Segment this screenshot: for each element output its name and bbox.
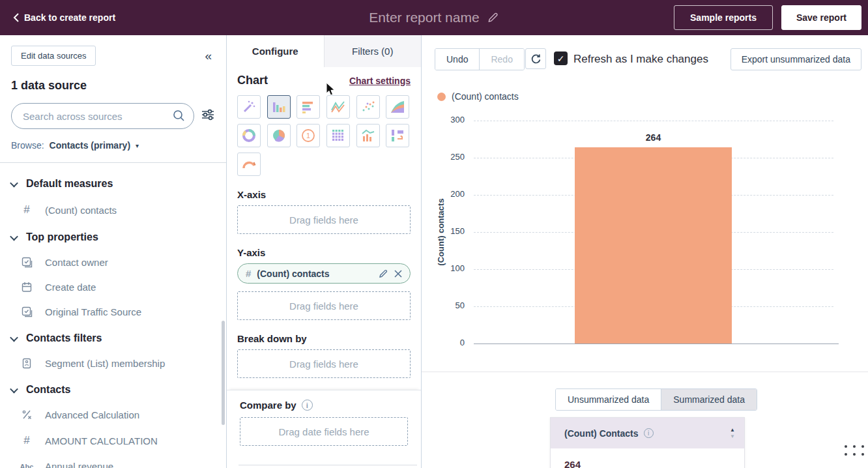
- field-count-contacts[interactable]: # (Count) contacts: [20, 203, 226, 216]
- chart-type-gauge[interactable]: [237, 153, 261, 176]
- sidebar-scrollbar[interactable]: [222, 321, 225, 425]
- unsummarized-data-tab[interactable]: Unsummarized data: [556, 389, 661, 410]
- field-original-traffic-source[interactable]: Original Traffic Source: [20, 306, 226, 317]
- formula-icon: [20, 409, 33, 420]
- undo-button[interactable]: Undo: [435, 49, 480, 70]
- chevron-down-icon: [10, 179, 18, 187]
- y-tick: 50: [422, 300, 465, 310]
- chart-type-horizontal-bar[interactable]: [297, 95, 320, 119]
- legend-item[interactable]: (Count) contacts: [437, 91, 519, 102]
- grid-dots-handle[interactable]: [845, 445, 864, 456]
- search-input[interactable]: [11, 103, 194, 129]
- compare-by-dropzone[interactable]: Drag date fields here: [240, 417, 408, 446]
- save-report-button[interactable]: Save report: [781, 5, 861, 30]
- chart-type-vertical-bar[interactable]: [267, 95, 291, 119]
- summary-table: (Count) Contacts i ▲ ▼ 264: [550, 417, 745, 468]
- refresh-checkbox[interactable]: ✓: [554, 51, 568, 65]
- table-row: 264: [551, 448, 744, 468]
- edit-field-icon[interactable]: [379, 269, 388, 278]
- gridline: [474, 121, 833, 121]
- field-amount-calculation[interactable]: # AMOUNT CALCULATION: [20, 434, 226, 447]
- table-icon: [330, 128, 346, 143]
- chevron-down-icon: [10, 333, 18, 342]
- field-create-date[interactable]: Create date: [20, 282, 226, 293]
- browse-label: Browse:: [11, 140, 44, 151]
- chart-type-line[interactable]: [326, 95, 350, 119]
- chart-type-area[interactable]: [386, 95, 409, 119]
- back-link[interactable]: Back to create report: [13, 12, 115, 23]
- pie-chart-icon: [271, 128, 287, 143]
- y-tick: 200: [422, 189, 465, 199]
- table-cell-link[interactable]: 264: [564, 459, 581, 468]
- hash-icon: #: [20, 203, 33, 216]
- field-annual-revenue[interactable]: Abc Annual revenue: [20, 461, 226, 468]
- chart-settings-link[interactable]: Chart settings: [349, 76, 411, 86]
- chart-type-combo[interactable]: [356, 124, 380, 147]
- info-icon: i: [302, 400, 313, 411]
- section-contacts-filters[interactable]: Contacts filters: [0, 332, 226, 344]
- field-contact-owner[interactable]: Contact owner: [20, 257, 226, 268]
- compare-by-section: Compare by i Drag date fields here: [227, 390, 421, 446]
- y-axis-field-chip[interactable]: # (Count) contacts: [237, 263, 411, 284]
- export-unsummarized-button[interactable]: Export unsummarized data: [731, 48, 861, 70]
- browse-source-dropdown[interactable]: Contacts (primary): [50, 140, 130, 151]
- chart-type-kpi[interactable]: 1: [297, 124, 320, 147]
- chart-type-table[interactable]: [326, 124, 350, 147]
- y-tick: 150: [422, 226, 465, 236]
- edit-pencil-icon[interactable]: [487, 12, 499, 23]
- combo-chart-icon: [360, 128, 376, 143]
- collapse-sidebar-icon[interactable]: «: [205, 50, 212, 62]
- section-top-properties[interactable]: Top properties: [0, 231, 226, 243]
- list-membership-icon: [20, 358, 33, 369]
- x-axis-dropzone[interactable]: Drag fields here: [237, 205, 411, 234]
- chart-type-auto[interactable]: [237, 95, 261, 119]
- caret-down-icon: ▾: [136, 142, 139, 149]
- remove-field-icon[interactable]: [394, 270, 402, 278]
- chart-heading: Chart: [237, 74, 268, 87]
- y-axis-dropzone[interactable]: Drag fields here: [237, 291, 411, 320]
- data-view-toggle: Unsummarized data Summarized data: [555, 388, 757, 411]
- hash-icon: #: [246, 268, 251, 279]
- svg-text:1: 1: [306, 132, 310, 139]
- chart-type-donut[interactable]: [237, 124, 261, 147]
- section-default-measures[interactable]: Default measures: [0, 178, 226, 190]
- undo-redo-group: Undo Redo: [435, 48, 525, 70]
- tab-filters[interactable]: Filters (0): [324, 35, 422, 67]
- legend-swatch: [437, 93, 446, 101]
- chart-type-pie[interactable]: [267, 124, 291, 147]
- chart-type-grid: 1: [237, 95, 411, 176]
- chevron-down-icon: [10, 232, 18, 241]
- summarized-data-tab[interactable]: Summarized data: [661, 389, 757, 410]
- y-tick: 100: [422, 263, 465, 273]
- refresh-checkbox-label: Refresh as I make changes: [573, 53, 708, 66]
- refresh-button[interactable]: [525, 48, 546, 69]
- sample-reports-button[interactable]: Sample reports: [674, 5, 773, 30]
- section-contacts[interactable]: Contacts: [0, 384, 226, 396]
- redo-button[interactable]: Redo: [480, 49, 523, 70]
- sort-arrows[interactable]: ▲ ▼: [730, 428, 735, 439]
- bar-value-label: 264: [575, 132, 732, 143]
- field-advanced-calculation[interactable]: Advanced Calculation: [20, 409, 226, 420]
- configure-panel: Configure Filters (0) Chart Chart settin…: [227, 35, 422, 468]
- area-chart-icon: [390, 99, 405, 115]
- chart-type-scatter[interactable]: [356, 95, 380, 119]
- break-down-dropzone[interactable]: Drag fields here: [237, 349, 411, 378]
- edit-data-sources-button[interactable]: Edit data sources: [11, 46, 96, 66]
- kpi-icon: 1: [300, 128, 316, 143]
- topbar-actions: Sample reports Save report: [674, 5, 861, 30]
- magic-wand-icon: [241, 99, 257, 115]
- field-segment-list-membership[interactable]: Segment (List) membership: [20, 358, 226, 369]
- data-source-count-heading: 1 data source: [11, 79, 226, 93]
- calendar-icon: [20, 282, 33, 293]
- gauge-chart-icon: [241, 156, 257, 172]
- search-icon: [173, 110, 185, 124]
- report-name[interactable]: Enter report name: [369, 10, 499, 25]
- filter-settings-icon[interactable]: [201, 108, 215, 124]
- top-bar: Back to create report Enter report name …: [0, 0, 868, 35]
- chevron-left-icon: [13, 13, 19, 22]
- table-header-count-contacts[interactable]: (Count) Contacts i ▲ ▼: [551, 418, 744, 448]
- line-chart-icon: [330, 99, 346, 115]
- report-builder-app: Back to create report Enter report name …: [0, 0, 868, 468]
- chart-type-waterfall[interactable]: [386, 124, 409, 147]
- tab-configure[interactable]: Configure: [227, 35, 324, 67]
